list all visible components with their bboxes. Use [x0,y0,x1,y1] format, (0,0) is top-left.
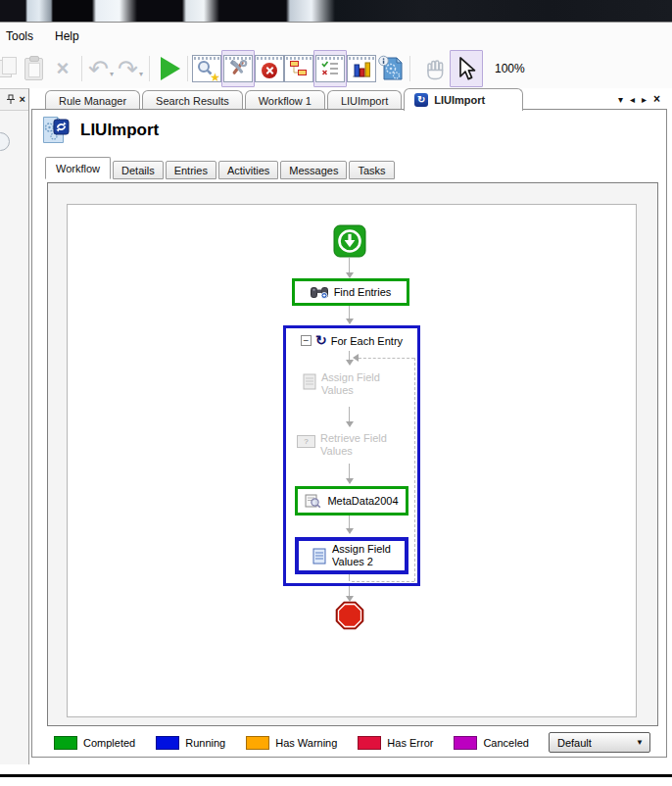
legend-item-has-error: Has Error [358,736,433,750]
node-label: For Each Entry [331,335,403,347]
connector-arrow [346,478,354,484]
select-pointer-button[interactable] [450,50,483,87]
pan-hand-icon [422,56,449,82]
toolbox-button[interactable] [221,50,255,87]
workflow-view-select[interactable]: Default ▼ [549,732,650,753]
docked-panel-edge: × [0,88,29,764]
legend-label: Canceled [483,737,528,749]
tab-liuimport[interactable]: LIUImport [327,90,402,110]
node-find-entries[interactable]: Find Entries [292,278,409,306]
toolbar-separator [149,56,150,81]
subtab-messages[interactable]: Messages [280,161,347,179]
workflow-instance-button[interactable] [376,52,406,85]
running-swatch [156,736,179,750]
error-swatch [358,736,381,750]
tab-workflow-1[interactable]: Workflow 1 [245,90,325,110]
tab-liuimport-active[interactable]: ↻ LIUImport [404,88,523,111]
copy-button[interactable] [0,52,19,85]
scroll-left-icon[interactable]: ◂ [630,94,635,105]
end-node-icon[interactable] [335,601,364,630]
pin-icon[interactable] [6,94,16,105]
close-tab-icon[interactable]: × [653,92,660,106]
delete-icon: × [57,57,70,80]
node-label: Assign Field Values [321,371,392,397]
node-label: Find Entries [334,286,392,299]
workflow-canvas[interactable]: Find Entries − ↻ For Each Entry [67,204,637,717]
legend-item-has-warning: Has Warning [246,736,337,750]
connector-line [349,407,350,422]
background-desktop-strip [0,0,672,23]
loopback-edge-top [359,358,414,359]
workflow-outline-button[interactable] [284,52,313,85]
node-label: MetaData2004 [327,495,398,508]
workflow-document-panel: LIUImport Workflow Details Entries Activ… [31,109,667,758]
subtab-activities[interactable]: Activities [218,161,278,179]
subtab-details[interactable]: Details [113,161,164,179]
assign-values-icon [312,548,326,565]
connector-line [349,306,350,319]
scroll-right-icon[interactable]: ▸ [642,94,647,105]
legend-item-completed: Completed [54,736,135,750]
subtab-workflow[interactable]: Workflow [45,157,111,179]
statistics-chart-button[interactable] [347,52,376,85]
undo-dropdown-icon[interactable]: ▾ [110,70,114,78]
legend-label: Has Warning [275,737,337,749]
connector-arrow [346,421,354,427]
loopback-edge-right [414,358,415,581]
copy-icon [0,60,12,77]
document-title-row: LIUImport [41,115,159,145]
close-icon[interactable]: × [20,94,25,105]
start-node-icon[interactable] [333,224,366,258]
legend-label: Completed [83,737,135,749]
connector-line [349,574,350,581]
task-list-icon [315,55,345,82]
undo-button[interactable]: ↶ ▾ [86,52,116,85]
subtab-entries[interactable]: Entries [166,161,216,179]
redo-button[interactable]: ↷ ▾ [116,52,145,85]
tab-list-dropdown-icon[interactable]: ▾ [618,94,623,105]
run-workflow-button[interactable] [154,52,183,85]
tab-search-results[interactable]: Search Results [142,90,243,110]
delete-button[interactable]: × [48,52,77,85]
workflow-instance-icon [377,55,405,82]
node-assign-field-values-2[interactable]: Assign Field Values 2 [295,537,408,574]
dock-panel-fragment [0,132,10,151]
node-metadata2004[interactable]: MetaData2004 [295,486,408,516]
combo-dropdown-icon: ▼ [636,738,649,747]
menu-tools[interactable]: Tools [0,25,44,48]
menu-bar: Tools Help [0,23,672,49]
binoculars-icon [311,286,328,299]
paste-button[interactable] [19,52,48,85]
collapse-icon[interactable]: − [301,335,312,346]
legend-item-canceled: Canceled [454,736,528,750]
document-well: Rule Manager Search Results Workflow 1 L… [30,88,667,764]
workflow-document-icon [41,115,71,145]
star-icon: ★ [210,71,220,84]
page-title: LIUImport [80,121,159,140]
node-label: Retrieve Field Values [320,432,395,458]
canceled-swatch [454,736,477,750]
pan-button[interactable] [420,52,450,85]
toolbar: × ↶ ▾ ↷ ▾ ★ [0,49,672,88]
tab-rule-manager[interactable]: Rule Manager [45,90,140,110]
task-list-button[interactable] [313,50,347,87]
node-retrieve-field-values[interactable]: ? Retrieve Field Values [297,432,401,458]
document-subtabs: Workflow Details Entries Activities Mess… [45,159,397,179]
metadata-icon [305,493,321,509]
error-circle-icon [262,63,277,78]
assign-values-icon [303,373,316,390]
dock-panel-header: × [0,89,28,111]
retrieve-values-icon: ? [297,435,315,448]
node-assign-field-values[interactable]: Assign Field Values [303,371,401,397]
menu-help[interactable]: Help [44,25,90,48]
connector-line [349,464,350,479]
statistics-chart-icon [347,55,376,82]
tab-label: LIUImport [434,94,485,106]
errors-button[interactable] [255,52,284,85]
toolbar-separator [409,56,410,81]
find-activities-button[interactable]: ★ [192,52,221,85]
redo-dropdown-icon[interactable]: ▾ [139,70,143,78]
connector-line [349,516,350,529]
subtab-tasks[interactable]: Tasks [349,161,394,179]
warning-swatch [246,736,269,750]
